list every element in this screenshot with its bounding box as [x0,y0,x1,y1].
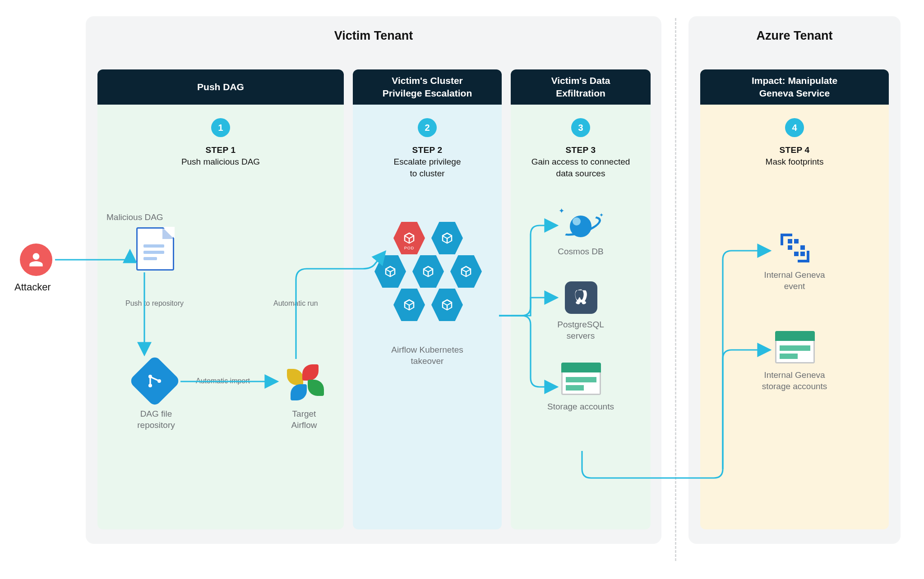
step4-label: STEP 4 [709,145,880,155]
auto-run-label: Automatic run [273,299,318,308]
victim-tenant-panel: Victim Tenant Push DAG 1 STEP 1 Push mal… [86,16,661,544]
step-badge-4: 4 [785,118,804,137]
attacker-icon [20,244,52,276]
victim-tenant-title: Victim Tenant [86,16,661,43]
attacker-label: Attacker [14,281,51,293]
storage-label: Storage accounts [511,401,651,413]
geneva-event-icon [779,232,811,264]
step1-desc: Push malicious DAG [106,156,335,168]
geneva-storage-label: Internal Geneva storage accounts [700,370,889,392]
cosmos-label: Cosmos DB [511,246,651,257]
storage-icon [561,363,601,395]
postgres-label: PostgreSQL servers [511,319,651,341]
step4-desc: Mask footprints [709,156,880,168]
cosmos-icon: ✦✦ [560,209,601,241]
push-repo-label: Push to repository [125,299,184,308]
col-push-header: Push DAG [97,69,344,105]
diagram-canvas: Attacker Victim Tenant Push DAG 1 STEP 1… [0,0,924,579]
auto-import-label: Automatic import [196,377,250,385]
step-badge-1: 1 [211,118,230,137]
document-icon [136,227,174,271]
svg-point-2 [157,379,161,383]
step-badge-3: 3 [571,118,590,137]
col-push-dag: Push DAG 1 STEP 1 Push malicious DAG Mal… [97,69,344,529]
geneva-event-label: Internal Geneva event [700,270,889,292]
tenant-divider [675,18,676,561]
col-exfil-header: Victim's Data Exfiltration [511,69,651,105]
cluster-label: Airflow Kubernetes takeover [353,345,502,367]
step3-desc: Gain access to connected data sources [520,156,642,179]
git-icon [136,363,173,400]
pod-label: POD [404,246,415,250]
airflow-icon [286,363,321,398]
step3-label: STEP 3 [520,145,642,155]
col-escalate: Victim's Cluster Privilege Escalation 2 … [353,69,502,529]
postgres-icon [565,281,597,314]
azure-tenant-title: Azure Tenant [688,16,901,43]
step2-desc: Escalate privilege to cluster [362,156,493,179]
step2-label: STEP 2 [362,145,493,155]
k8s-cluster: POD [368,221,485,324]
col-escalate-header: Victim's Cluster Privilege Escalation [353,69,502,105]
airflow-label: Target Airflow [282,409,327,431]
malicious-dag-label: Malicious DAG [106,212,170,223]
col-impact: Impact: Manipulate Geneva Service 4 STEP… [700,69,889,529]
col-exfil: Victim's Data Exfiltration 3 STEP 3 Gain… [511,69,651,529]
geneva-storage-icon [775,331,815,363]
step-badge-2: 2 [418,118,437,137]
svg-point-1 [148,384,152,387]
step1-label: STEP 1 [106,145,335,155]
col-impact-header: Impact: Manipulate Geneva Service [700,69,889,105]
azure-tenant-panel: Azure Tenant Impact: Manipulate Geneva S… [688,16,901,544]
repo-label: DAG file repository [129,409,183,431]
